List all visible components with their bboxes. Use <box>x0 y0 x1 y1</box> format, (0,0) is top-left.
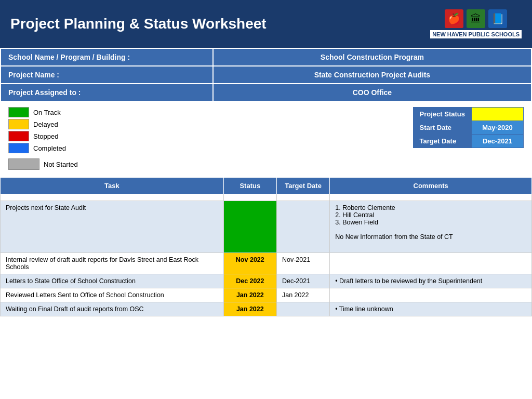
cell-status: Nov 2022 <box>223 253 276 274</box>
cell-status: Dec 2022 <box>223 274 276 288</box>
info-row-school: School Name / Program / Building : Schoo… <box>1 48 531 66</box>
legend-on-track: On Track <box>8 107 102 117</box>
status-row-target: Target Date Dec-2021 <box>413 135 523 148</box>
legend-label-completed: Completed <box>33 144 66 152</box>
logo-icons: 🍎 🏛 📘 <box>445 9 507 28</box>
legend-completed: Completed <box>8 143 102 153</box>
status-value-status <box>472 108 524 121</box>
cell-comments <box>330 194 532 201</box>
cell-status: Jan 2022 <box>223 288 276 302</box>
logo-icon-building: 🏛 <box>467 9 485 28</box>
cell-task: Waiting on Final Draft of audit reports … <box>1 302 224 316</box>
cell-task: Letters to State Office of School Constr… <box>1 274 224 288</box>
main-table: Task Status Target Date Comments Project… <box>0 177 532 316</box>
cell-comments: • Time line unknown <box>330 302 532 316</box>
table-row: Projects next for State Audit1. Roberto … <box>1 201 532 253</box>
logo-icon-book: 📘 <box>488 9 507 28</box>
legend-box-red <box>8 131 29 141</box>
cell-comments: • Draft letters to be reviewed by the Su… <box>330 274 532 288</box>
info-row-assigned: Project Assigned to : COO Office <box>1 84 531 101</box>
cell-target <box>276 201 329 253</box>
legend-delayed: Delayed <box>8 119 102 129</box>
legend-box-blue <box>8 143 29 153</box>
cell-task <box>1 194 224 201</box>
status-label-start: Start Date <box>413 121 471 135</box>
cell-comments <box>330 288 532 302</box>
not-started-box <box>8 158 39 170</box>
legend-label-delayed: Delayed <box>33 121 58 128</box>
not-started-label: Not Started <box>44 161 78 168</box>
status-label-status: Project Status <box>413 108 471 121</box>
logo-icon-apple: 🍎 <box>445 9 463 28</box>
th-task: Task <box>1 178 224 194</box>
table-header-row: Task Status Target Date Comments <box>1 178 532 194</box>
cell-task: Internal review of draft audit reports f… <box>1 253 224 274</box>
status-value-start: May-2020 <box>472 121 524 135</box>
status-label-target: Target Date <box>413 135 471 148</box>
cell-target <box>276 194 329 201</box>
table-row <box>1 194 532 201</box>
logo-area: 🍎 🏛 📘 NEW HAVEN PUBLIC SCHOOLS <box>430 9 522 38</box>
mid-section: On Track Delayed Stopped Completed Not S… <box>0 102 532 175</box>
cell-target: Nov-2021 <box>276 253 329 274</box>
legend-box-yellow <box>8 119 29 129</box>
status-row-start: Start Date May-2020 <box>413 121 523 135</box>
school-label: School Name / Program / Building : <box>1 48 213 66</box>
page-title: Project Planning & Status Worksheet <box>10 16 267 32</box>
legend: On Track Delayed Stopped Completed <box>8 107 102 153</box>
legend-label-on-track: On Track <box>33 109 61 116</box>
legend-stopped: Stopped <box>8 131 102 141</box>
legend-label-stopped: Stopped <box>33 132 58 140</box>
cell-status <box>223 201 276 253</box>
cell-target <box>276 302 329 316</box>
cell-comments <box>330 253 532 274</box>
status-row-status: Project Status <box>413 108 523 121</box>
info-table: School Name / Program / Building : Schoo… <box>0 48 532 102</box>
status-table: Project Status Start Date May-2020 Targe… <box>413 107 524 148</box>
cell-task: Projects next for State Audit <box>1 201 224 253</box>
logo-text: NEW HAVEN PUBLIC SCHOOLS <box>430 30 522 38</box>
table-row: Reviewed Letters Sent to Office of Schoo… <box>1 288 532 302</box>
assigned-value: COO Office <box>213 84 531 101</box>
table-row: Letters to State Office of School Constr… <box>1 274 532 288</box>
table-row: Internal review of draft audit reports f… <box>1 253 532 274</box>
cell-status: Jan 2022 <box>223 302 276 316</box>
cell-task: Reviewed Letters Sent to Office of Schoo… <box>1 288 224 302</box>
cell-target: Jan 2022 <box>276 288 329 302</box>
assigned-label: Project Assigned to : <box>1 84 213 101</box>
not-started-area: Not Started <box>8 158 102 170</box>
status-panel: Project Status Start Date May-2020 Targe… <box>413 107 524 148</box>
table-row: Waiting on Final Draft of audit reports … <box>1 302 532 316</box>
school-value: School Construction Program <box>213 48 531 66</box>
th-comments: Comments <box>330 178 532 194</box>
page-header: Project Planning & Status Worksheet 🍎 🏛 … <box>0 0 532 48</box>
legend-and-not-started: On Track Delayed Stopped Completed Not S… <box>8 107 102 170</box>
legend-box-green <box>8 107 29 117</box>
project-value: State Construction Project Audits <box>213 66 531 84</box>
th-status: Status <box>223 178 276 194</box>
cell-target: Dec-2021 <box>276 274 329 288</box>
info-row-project: Project Name : State Construction Projec… <box>1 66 531 84</box>
cell-comments: 1. Roberto Clemente2. Hill Central3. Bow… <box>330 201 532 253</box>
cell-status <box>223 194 276 201</box>
status-value-target: Dec-2021 <box>472 135 524 148</box>
th-target: Target Date <box>276 178 329 194</box>
project-label: Project Name : <box>1 66 213 84</box>
